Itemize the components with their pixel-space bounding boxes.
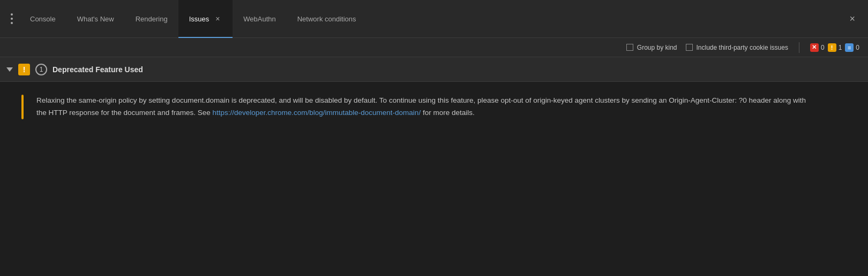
close-panel-button[interactable]: × — [841, 13, 864, 25]
group-by-kind-checkbox[interactable] — [626, 44, 633, 51]
issue-link[interactable]: https://developer.chrome.com/blog/immuta… — [212, 109, 421, 117]
info-badge-count: 0 — [856, 44, 859, 51]
info-badge-icon: ≡ — [845, 43, 854, 52]
error-badge: ✕ 0 — [810, 43, 825, 52]
more-tabs-button[interactable] — [4, 13, 19, 24]
include-third-party-checkbox[interactable] — [686, 44, 693, 51]
include-third-party-label: Include third-party cookie issues — [697, 44, 788, 51]
issue-group-header[interactable]: ! 1 Deprecated Feature Used — [0, 57, 868, 82]
group-by-kind-checkbox-label[interactable]: Group by kind — [626, 44, 677, 51]
chevron-down-icon — [6, 67, 13, 72]
warning-badge: ! 1 — [828, 43, 842, 52]
include-third-party-checkbox-label[interactable]: Include third-party cookie issues — [686, 44, 788, 51]
tab-webauthn-label: WebAuthn — [243, 15, 275, 23]
issue-count-badge: 1 — [35, 64, 47, 75]
issues-content: ! 1 Deprecated Feature Used Relaxing the… — [0, 57, 868, 132]
tab-whats-new-label: What's New — [77, 15, 114, 23]
tab-console[interactable]: Console — [19, 0, 66, 38]
issues-toolbar: Group by kind Include third-party cookie… — [0, 38, 868, 57]
group-by-kind-label: Group by kind — [637, 44, 677, 51]
dot1 — [11, 13, 13, 16]
warning-badge-count: 1 — [839, 44, 842, 51]
tab-console-label: Console — [30, 15, 56, 23]
warning-badge-symbol: ! — [831, 44, 833, 51]
info-badge: ≡ 0 — [845, 43, 859, 52]
error-badge-icon: ✕ — [810, 43, 819, 52]
issue-text: Relaxing the same-origin policy by setti… — [36, 95, 808, 119]
dot2 — [11, 18, 13, 20]
issue-left-bar — [21, 95, 24, 119]
warning-icon-badge: ! — [18, 64, 30, 75]
tab-issues-label: Issues — [189, 15, 209, 23]
tab-webauthn[interactable]: WebAuthn — [233, 0, 286, 38]
tab-network-conditions[interactable]: Network conditions — [287, 0, 367, 38]
issue-group-title: Deprecated Feature Used — [53, 65, 143, 74]
badge-group: ✕ 0 ! 1 ≡ 0 — [810, 43, 859, 52]
tab-issues[interactable]: Issues × — [178, 0, 233, 38]
tab-issues-close[interactable]: × — [213, 14, 222, 23]
error-badge-symbol: ✕ — [812, 44, 817, 51]
tab-bar: Console What's New Rendering Issues × We… — [0, 0, 868, 38]
issue-count: 1 — [40, 66, 43, 73]
tab-rendering-label: Rendering — [136, 15, 168, 23]
info-badge-symbol: ≡ — [848, 44, 851, 51]
warning-badge-icon: ! — [828, 43, 836, 52]
tab-whats-new[interactable]: What's New — [66, 0, 125, 38]
tab-rendering[interactable]: Rendering — [125, 0, 178, 38]
error-badge-count: 0 — [821, 44, 825, 51]
issue-text-part2: for more details. — [421, 109, 475, 117]
dot3 — [11, 22, 13, 24]
tab-network-conditions-label: Network conditions — [297, 15, 356, 23]
toolbar-divider — [799, 42, 799, 53]
issue-detail: Relaxing the same-origin policy by setti… — [0, 82, 868, 132]
